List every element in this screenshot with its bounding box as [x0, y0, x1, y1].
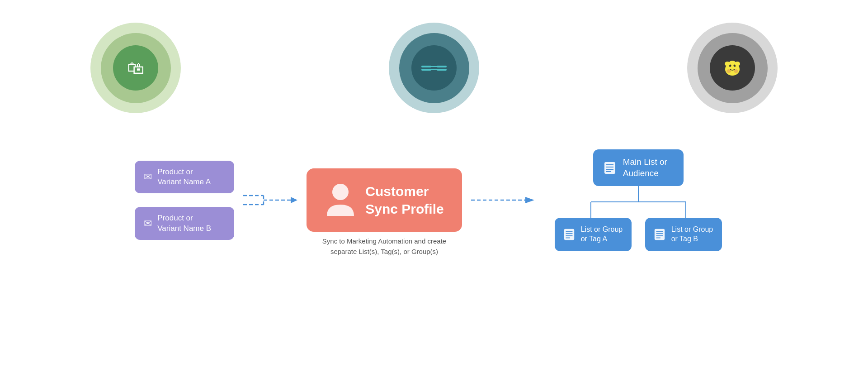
dashed-arrow-left	[243, 186, 297, 214]
center-text: Customer Sync Profile	[365, 182, 443, 218]
mailchimp-inner-circle	[710, 45, 755, 91]
tree-lines-svg	[543, 186, 733, 218]
right-arrow-svg	[471, 196, 534, 205]
sub-b-label-2: or Tag B	[671, 234, 713, 244]
tree-connector	[543, 186, 733, 218]
center-box-wrapper: Customer Sync Profile Sync to Marketing …	[307, 168, 462, 232]
person-icon	[325, 182, 356, 218]
svg-rect-34	[655, 229, 665, 240]
sub-b-text: List or Group or Tag B	[671, 225, 713, 244]
center-label-line1: Customer	[365, 182, 443, 200]
svg-rect-29	[564, 229, 574, 240]
right-tree: Main List or Audience	[543, 149, 733, 251]
dashed-arrow-right	[471, 196, 534, 205]
shopify-inner-circle: 🛍	[113, 45, 158, 91]
main-label-1: Main List or	[623, 157, 667, 168]
mailchimp-logo	[687, 23, 778, 113]
main-list-box: Main List or Audience	[593, 149, 684, 186]
syncapps-icon	[420, 61, 448, 75]
tree-top: Main List or Audience	[593, 149, 684, 186]
main-list-text: Main List or Audience	[623, 157, 667, 179]
sub-box-a: List or Group or Tag A	[555, 218, 632, 251]
svg-point-10	[725, 62, 730, 66]
svg-rect-2	[437, 66, 447, 67]
sub-a-label-1: List or Group	[581, 225, 623, 234]
list-icon-sub-b	[653, 228, 666, 241]
left-products: ✉ Product or Variant Name A ✉ Product or…	[135, 161, 234, 239]
main-label-2: Audience	[623, 168, 667, 179]
envelope-icon-a: ✉	[144, 171, 152, 183]
shopify-mid-circle: 🛍	[101, 33, 171, 103]
left-arrow-svg	[243, 186, 297, 214]
svg-rect-1	[421, 69, 431, 71]
syncapps-mid-circle	[399, 33, 469, 103]
sub-b-label-1: List or Group	[671, 225, 713, 234]
svg-point-11	[735, 62, 740, 66]
logos-row: 🛍	[0, 0, 868, 113]
syncapps-logo	[389, 23, 479, 113]
svg-rect-20	[604, 162, 615, 174]
svg-point-17	[332, 184, 349, 200]
customer-sync-profile: Customer Sync Profile	[307, 168, 462, 232]
canvas: 🛍	[0, 0, 868, 373]
mailchimp-icon	[721, 57, 744, 79]
sub-boxes-row: List or Group or Tag A List or Group	[555, 218, 722, 251]
sub-a-text: List or Group or Tag A	[581, 225, 623, 244]
product-box-a: ✉ Product or Variant Name A	[135, 161, 234, 193]
shopify-logo: 🛍	[90, 23, 181, 113]
svg-marker-16	[291, 197, 297, 203]
list-icon-main	[603, 161, 617, 175]
shopify-icon: 🛍	[127, 58, 144, 78]
list-icon-sub-a	[563, 228, 576, 241]
center-label-line2: Sync Profile	[365, 200, 443, 218]
sub-a-label-2: or Tag A	[581, 234, 623, 244]
mailchimp-mid-circle	[698, 33, 768, 103]
product-label-b: Product or Variant Name B	[157, 213, 211, 233]
sub-box-b: List or Group or Tag B	[645, 218, 722, 251]
svg-rect-0	[421, 66, 431, 67]
svg-marker-19	[525, 197, 534, 203]
envelope-icon-b: ✉	[144, 218, 152, 230]
product-label-a: Product or Variant Name A	[157, 167, 211, 187]
syncapps-inner-circle	[411, 45, 457, 91]
product-box-b: ✉ Product or Variant Name B	[135, 207, 234, 239]
svg-rect-3	[437, 69, 447, 71]
flow-section: ✉ Product or Variant Name A ✉ Product or…	[0, 149, 868, 251]
center-subtitle: Sync to Marketing Automation and create …	[322, 236, 446, 257]
